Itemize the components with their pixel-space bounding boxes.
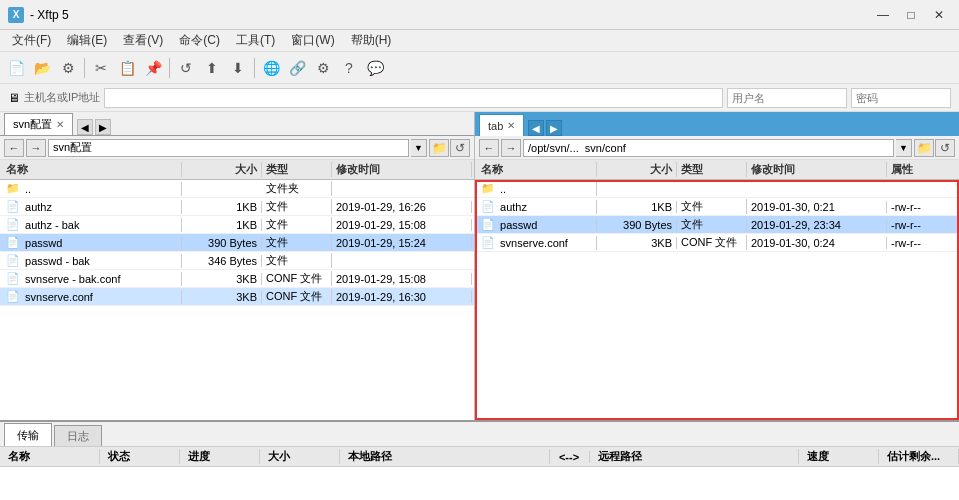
bottom-panel: 传输 日志 名称 状态 进度 大小 本地路径 <--> 远程路径 速度 估计剩余… xyxy=(0,420,959,500)
right-back-button[interactable]: ← xyxy=(479,139,499,157)
file-type: 文件 xyxy=(262,217,332,232)
right-path-input[interactable] xyxy=(523,139,894,157)
left-tab-active[interactable]: svn配置 ✕ xyxy=(4,113,73,135)
file-icon: 📄 xyxy=(6,218,20,232)
bottom-col-progress: 进度 xyxy=(180,449,260,464)
left-new-folder[interactable]: 📁 xyxy=(429,139,449,157)
file-icon: 📄 xyxy=(6,290,20,304)
menu-tools[interactable]: 工具(T) xyxy=(228,30,283,51)
left-file-list: 📁 .. 文件夹 📄 authz 1KB 文件 2019-01-29, 16:2 xyxy=(0,180,474,420)
table-row[interactable]: 📄 svnserve.conf 3KB CONF 文件 2019-01-29, … xyxy=(0,288,474,306)
file-size: 3KB xyxy=(182,273,262,285)
menu-window[interactable]: 窗口(W) xyxy=(283,30,342,51)
left-path-actions: 📁 ↺ xyxy=(429,139,470,157)
right-refresh[interactable]: ↺ xyxy=(935,139,955,157)
toolbar-paste[interactable]: 📌 xyxy=(141,56,165,80)
right-forward-button[interactable]: → xyxy=(501,139,521,157)
file-date: 2019-01-30, 0:24 xyxy=(747,237,887,249)
table-row[interactable]: 📄 passwd 390 Bytes 文件 2019-01-29, 15:24 xyxy=(0,234,474,252)
toolbar-question[interactable]: ? xyxy=(337,56,361,80)
folder-icon: 📁 xyxy=(6,182,20,196)
password-input[interactable] xyxy=(851,88,951,108)
right-tab-close[interactable]: ✕ xyxy=(507,120,515,131)
table-row[interactable]: 📄 svnserve - bak.conf 3KB CONF 文件 2019-0… xyxy=(0,270,474,288)
minimize-button[interactable]: — xyxy=(871,5,895,25)
left-tab-label: svn配置 xyxy=(13,117,52,132)
toolbar-upload[interactable]: ⬆ xyxy=(200,56,224,80)
left-tab-next[interactable]: ▶ xyxy=(95,119,111,135)
menu-view[interactable]: 查看(V) xyxy=(115,30,171,51)
toolbar-globe[interactable]: 🌐 xyxy=(259,56,283,80)
bottom-tab-log[interactable]: 日志 xyxy=(54,425,102,446)
left-path-input[interactable] xyxy=(48,139,409,157)
file-type: 文件夹 xyxy=(262,181,332,196)
table-row[interactable]: 📄 authz 1KB 文件 2019-01-30, 0:21 -rw-r-- xyxy=(475,198,959,216)
table-row[interactable]: 📁 .. xyxy=(475,180,959,198)
left-col-type: 类型 xyxy=(262,162,332,177)
left-file-list-wrapper: 名称 大小 类型 修改时间 📁 .. 文件夹 xyxy=(0,160,474,420)
app-icon: X xyxy=(8,7,24,23)
bottom-header: 名称 状态 进度 大小 本地路径 <--> 远程路径 速度 估计剩余... xyxy=(0,447,959,467)
menu-help[interactable]: 帮助(H) xyxy=(343,30,400,51)
file-size: 390 Bytes xyxy=(597,219,677,231)
right-tab-prev[interactable]: ◀ xyxy=(528,120,544,136)
table-row[interactable]: 📄 authz - bak 1KB 文件 2019-01-29, 15:08 xyxy=(0,216,474,234)
right-panel: tab ✕ ◀ ▶ ← → ▼ 📁 ↺ 名称 大小 类型 修 xyxy=(475,112,959,420)
left-tab-prev[interactable]: ◀ xyxy=(77,119,93,135)
toolbar-copy[interactable]: 📋 xyxy=(115,56,139,80)
table-row[interactable]: 📄 passwd - bak 346 Bytes 文件 xyxy=(0,252,474,270)
left-forward-button[interactable]: → xyxy=(26,139,46,157)
right-tab-active[interactable]: tab ✕ xyxy=(479,114,524,136)
right-tab-next[interactable]: ▶ xyxy=(546,120,562,136)
toolbar-download[interactable]: ⬇ xyxy=(226,56,250,80)
file-date: 2019-01-29, 16:26 xyxy=(332,201,472,213)
left-panel: svn配置 ✕ ◀ ▶ ← → ▼ 📁 ↺ 名称 大小 类型 xyxy=(0,112,475,420)
close-button[interactable]: ✕ xyxy=(927,5,951,25)
left-tab-close[interactable]: ✕ xyxy=(56,119,64,130)
file-attr: -rw-r-- xyxy=(887,201,957,213)
toolbar-settings[interactable]: ⚙ xyxy=(56,56,80,80)
toolbar-cut[interactable]: ✂ xyxy=(89,56,113,80)
file-size: 1KB xyxy=(597,201,677,213)
left-col-size: 大小 xyxy=(182,162,262,177)
table-row[interactable]: 📁 .. 文件夹 xyxy=(0,180,474,198)
toolbar-chat[interactable]: 💬 xyxy=(363,56,387,80)
left-refresh[interactable]: ↺ xyxy=(450,139,470,157)
toolbar-open[interactable]: 📂 xyxy=(30,56,54,80)
file-type: 文件 xyxy=(262,199,332,214)
username-input[interactable] xyxy=(727,88,847,108)
table-row[interactable]: 📄 authz 1KB 文件 2019-01-29, 16:26 xyxy=(0,198,474,216)
bottom-col-local: 本地路径 xyxy=(340,449,550,464)
right-col-type: 类型 xyxy=(677,162,747,177)
toolbar-refresh[interactable]: ↺ xyxy=(174,56,198,80)
host-label: 主机名或IP地址 xyxy=(24,90,100,105)
right-path-dropdown[interactable]: ▼ xyxy=(896,139,912,157)
maximize-button[interactable]: □ xyxy=(899,5,923,25)
host-input[interactable] xyxy=(104,88,723,108)
right-col-date: 修改时间 xyxy=(747,162,887,177)
right-col-name: 名称 xyxy=(477,162,597,177)
bottom-tab-transfer[interactable]: 传输 xyxy=(4,423,52,446)
file-type: 文件 xyxy=(262,235,332,250)
file-date: 2019-01-29, 16:30 xyxy=(332,291,472,303)
table-row[interactable]: 📄 passwd 390 Bytes 文件 2019-01-29, 23:34 … xyxy=(475,216,959,234)
file-name: 📄 authz - bak xyxy=(2,218,182,232)
menu-edit[interactable]: 编辑(E) xyxy=(59,30,115,51)
toolbar-gear[interactable]: ⚙ xyxy=(311,56,335,80)
right-new-folder[interactable]: 📁 xyxy=(914,139,934,157)
file-icon: 📄 xyxy=(481,236,495,250)
file-icon: 📄 xyxy=(6,272,20,286)
toolbar-link[interactable]: 🔗 xyxy=(285,56,309,80)
left-path-dropdown[interactable]: ▼ xyxy=(411,139,427,157)
toolbar-new[interactable]: 📄 xyxy=(4,56,28,80)
bottom-col-size: 大小 xyxy=(260,449,340,464)
file-name: 📄 passwd xyxy=(2,236,182,250)
file-name: 📄 passwd xyxy=(477,218,597,232)
menu-command[interactable]: 命令(C) xyxy=(171,30,228,51)
file-attr: -rw-r-- xyxy=(887,219,957,231)
titlebar-left: X - Xftp 5 xyxy=(8,7,69,23)
menu-file[interactable]: 文件(F) xyxy=(4,30,59,51)
table-row[interactable]: 📄 svnserve.conf 3KB CONF 文件 2019-01-30, … xyxy=(475,234,959,252)
left-back-button[interactable]: ← xyxy=(4,139,24,157)
bottom-col-speed: 速度 xyxy=(799,449,879,464)
